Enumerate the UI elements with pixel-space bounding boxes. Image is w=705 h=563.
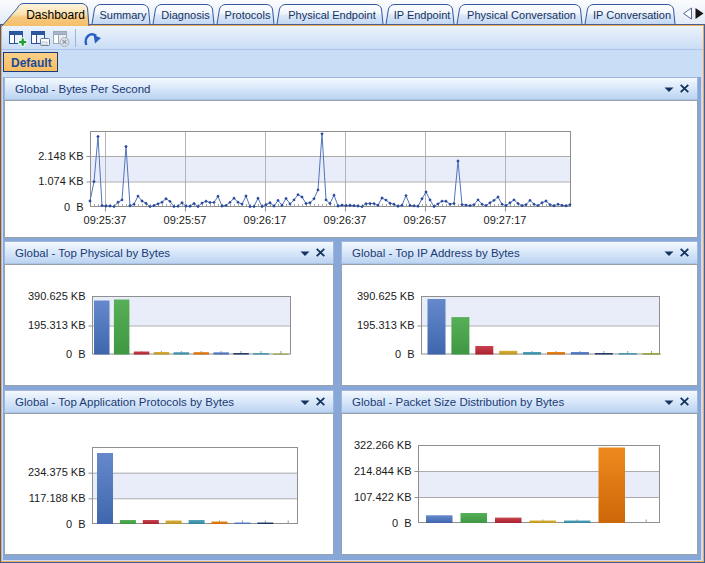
- svg-text:Physical Endpoint: Physical Endpoint: [288, 9, 375, 21]
- svg-text:0 B: 0 B: [66, 518, 86, 530]
- svg-text:0 B: 0 B: [392, 517, 412, 529]
- svg-text:IP Endpoint: IP Endpoint: [394, 9, 451, 21]
- svg-text:117.188 KB: 117.188 KB: [29, 492, 86, 504]
- svg-text:09:25:37: 09:25:37: [84, 214, 127, 226]
- svg-text:09:25:57: 09:25:57: [164, 214, 207, 226]
- svg-text:1.074 KB: 1.074 KB: [38, 175, 83, 187]
- svg-text:Global - Top Physical by Bytes: Global - Top Physical by Bytes: [15, 247, 170, 259]
- svg-text:234.375 KB: 234.375 KB: [28, 466, 86, 478]
- svg-text:390.625 KB: 390.625 KB: [357, 290, 415, 302]
- svg-text:2.148 KB: 2.148 KB: [38, 150, 83, 162]
- svg-text:322.266 KB: 322.266 KB: [354, 439, 412, 451]
- svg-text:214.844 KB: 214.844 KB: [354, 465, 412, 477]
- svg-text:09:26:37: 09:26:37: [324, 214, 367, 226]
- svg-text:195.313 KB: 195.313 KB: [28, 319, 86, 331]
- svg-text:Protocols: Protocols: [225, 9, 271, 21]
- svg-text:IP Conversation: IP Conversation: [593, 9, 671, 21]
- svg-text:Global - Packet Size Distribut: Global - Packet Size Distribution by Byt…: [352, 396, 564, 408]
- svg-text:0 B: 0 B: [66, 348, 86, 360]
- svg-text:0 B: 0 B: [64, 201, 84, 213]
- svg-text:195.313 KB: 195.313 KB: [357, 319, 415, 331]
- svg-text:Default: Default: [11, 56, 52, 70]
- svg-text:Global - Bytes Per Second: Global - Bytes Per Second: [15, 83, 151, 95]
- svg-text:Global - Top IP Address by Byt: Global - Top IP Address by Bytes: [352, 247, 520, 259]
- svg-text:Summary: Summary: [99, 9, 147, 21]
- svg-text:09:26:17: 09:26:17: [244, 214, 287, 226]
- svg-text:0 B: 0 B: [395, 348, 415, 360]
- svg-text:Dashboard: Dashboard: [26, 8, 85, 22]
- svg-text:09:26:57: 09:26:57: [404, 214, 447, 226]
- svg-text:09:27:17: 09:27:17: [484, 214, 527, 226]
- svg-text:Global - Top Application Proto: Global - Top Application Protocols by By…: [15, 396, 234, 408]
- svg-text:390.625 KB: 390.625 KB: [28, 290, 86, 302]
- svg-text:107.422 KB: 107.422 KB: [354, 491, 412, 503]
- svg-text:Physical Conversation: Physical Conversation: [467, 9, 576, 21]
- svg-text:Diagnosis: Diagnosis: [161, 9, 210, 21]
